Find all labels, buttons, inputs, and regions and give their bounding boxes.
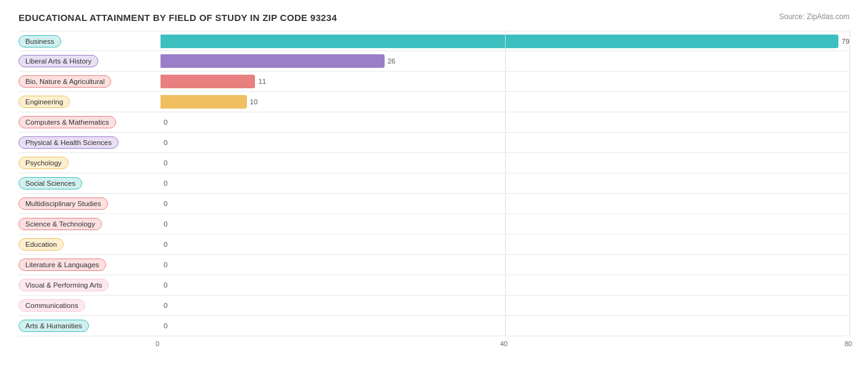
bar-row: Liberal Arts & History26 — [19, 51, 849, 72]
x-axis-tick: 0 — [156, 340, 159, 347]
bar-fill — [161, 54, 385, 68]
bar-row: Communications0 — [19, 296, 849, 316]
grid-line — [849, 72, 850, 91]
bar-label: Visual & Performing Arts — [19, 279, 109, 291]
grid-line — [849, 92, 850, 112]
bar-row: Visual & Performing Arts0 — [19, 275, 849, 296]
grid-line — [505, 112, 506, 132]
bar-value-label: 0 — [164, 139, 167, 146]
bar-value-label: 0 — [164, 180, 167, 187]
x-axis-tick: 80 — [845, 340, 852, 347]
bar-fill — [161, 95, 247, 109]
grid-line — [505, 173, 506, 193]
grid-line — [849, 275, 850, 295]
grid-line — [849, 51, 850, 71]
grid-line — [505, 316, 506, 336]
bar-row: Bio, Nature & Agricultural11 — [19, 72, 849, 92]
bar-row: Literature & Languages0 — [19, 255, 849, 275]
grid-line — [505, 275, 506, 295]
bar-label: Computers & Mathematics — [19, 116, 116, 128]
bar-row: Social Sciences0 — [19, 173, 849, 194]
grid-line — [849, 194, 850, 214]
bar-row: Physical & Health Sciences0 — [19, 133, 849, 153]
grid-line — [849, 296, 850, 315]
bar-label: Physical & Health Sciences — [19, 136, 119, 149]
bar-container: 0 — [161, 214, 849, 234]
bar-row: Multidisciplinary Studies0 — [19, 194, 849, 214]
bar-label: Social Sciences — [19, 177, 82, 189]
grid-line — [505, 133, 506, 152]
bar-container: 0 — [161, 275, 849, 295]
grid-line — [849, 234, 850, 254]
grid-line — [505, 51, 506, 71]
bar-value-label: 0 — [164, 159, 167, 167]
bar-container: 0 — [161, 316, 849, 336]
x-axis-tick: 40 — [500, 340, 507, 347]
bar-label: Liberal Arts & History — [19, 55, 98, 67]
bar-container: 0 — [161, 296, 849, 315]
bar-value-label: 0 — [164, 200, 167, 207]
grid-line — [849, 255, 850, 275]
bar-label: Arts & Humanities — [19, 320, 89, 332]
bar-container: 11 — [161, 72, 849, 91]
grid-line — [849, 316, 850, 336]
bar-value-label: 11 — [258, 78, 266, 85]
grid-line — [849, 133, 850, 152]
bar-container: 26 — [161, 51, 849, 71]
grid-line — [505, 92, 506, 112]
bar-row: Education0 — [19, 234, 849, 255]
bar-fill — [161, 35, 838, 48]
grid-line — [849, 153, 850, 173]
bar-value-label: 0 — [164, 220, 167, 228]
grid-line — [849, 214, 850, 234]
bar-container: 79 — [161, 31, 849, 51]
bar-value-label: 79 — [841, 38, 849, 45]
bar-label: Education — [19, 238, 64, 251]
bar-container: 0 — [161, 153, 849, 173]
bar-row: Psychology0 — [19, 153, 849, 173]
bar-label: Literature & Languages — [19, 259, 106, 271]
bar-label: Engineering — [19, 96, 70, 108]
bar-row: Business79 — [19, 31, 849, 51]
bar-value-label: 26 — [388, 57, 396, 65]
bar-value-label: 10 — [250, 98, 258, 106]
bar-container: 0 — [161, 112, 849, 132]
bar-label: Bio, Nature & Agricultural — [19, 75, 111, 88]
bar-value-label: 0 — [164, 118, 167, 126]
bar-value-label: 0 — [164, 261, 167, 268]
x-axis: 04080 — [161, 338, 849, 351]
grid-line — [505, 72, 506, 91]
grid-line — [505, 234, 506, 254]
chart-area: Business79Liberal Arts & History26Bio, N… — [19, 31, 849, 336]
bar-row: Engineering10 — [19, 92, 849, 112]
bar-container: 0 — [161, 173, 849, 193]
bar-value-label: 0 — [164, 241, 167, 248]
source-label: Source: ZipAtlas.com — [779, 12, 849, 21]
bar-label: Science & Technology — [19, 218, 102, 230]
bar-value-label: 0 — [164, 322, 167, 330]
bar-row: Arts & Humanities0 — [19, 316, 849, 336]
chart-title: EDUCATIONAL ATTAINMENT BY FIELD OF STUDY… — [19, 12, 337, 23]
grid-line — [505, 214, 506, 234]
bar-value-label: 0 — [164, 281, 167, 289]
grid-line — [505, 296, 506, 315]
bar-container: 0 — [161, 194, 849, 214]
grid-line — [505, 31, 506, 51]
bar-label: Psychology — [19, 157, 69, 169]
bar-container: 10 — [161, 92, 849, 112]
grid-line — [849, 31, 850, 51]
grid-line — [849, 173, 850, 193]
bar-row: Science & Technology0 — [19, 214, 849, 234]
grid-line — [505, 194, 506, 214]
bar-row: Computers & Mathematics0 — [19, 112, 849, 133]
bar-label: Communications — [19, 299, 85, 312]
bar-container: 0 — [161, 133, 849, 152]
bar-container: 0 — [161, 234, 849, 254]
bar-label: Multidisciplinary Studies — [19, 197, 108, 210]
bar-fill — [161, 75, 255, 88]
bar-container: 0 — [161, 255, 849, 275]
bar-value-label: 0 — [164, 302, 167, 309]
grid-line — [505, 153, 506, 173]
grid-line — [505, 255, 506, 275]
grid-line — [849, 112, 850, 132]
